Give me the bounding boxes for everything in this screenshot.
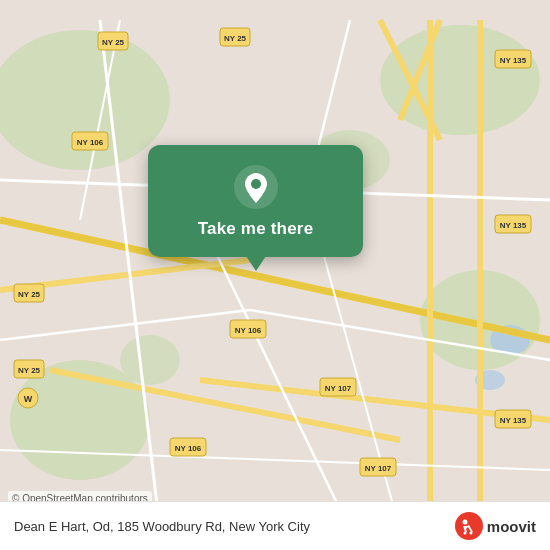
moovit-brand-text: moovit xyxy=(487,518,536,535)
location-popup: Take me there xyxy=(148,145,363,257)
svg-text:NY 25: NY 25 xyxy=(18,366,41,375)
svg-text:W: W xyxy=(24,394,33,404)
svg-point-59 xyxy=(463,532,466,535)
svg-text:NY 25: NY 25 xyxy=(224,34,247,43)
svg-text:NY 25: NY 25 xyxy=(102,38,125,47)
svg-point-56 xyxy=(251,179,261,189)
svg-text:NY 107: NY 107 xyxy=(325,384,352,393)
svg-text:NY 135: NY 135 xyxy=(500,56,527,65)
svg-text:NY 106: NY 106 xyxy=(175,444,202,453)
svg-point-58 xyxy=(462,520,467,525)
take-me-there-button[interactable]: Take me there xyxy=(198,219,314,239)
moovit-brand-icon xyxy=(455,512,483,540)
svg-text:NY 135: NY 135 xyxy=(500,221,527,230)
moovit-logo: moovit xyxy=(455,512,536,540)
svg-point-6 xyxy=(120,335,180,385)
svg-point-2 xyxy=(380,25,540,135)
svg-text:NY 106: NY 106 xyxy=(77,138,104,147)
svg-text:NY 106: NY 106 xyxy=(235,326,262,335)
svg-text:NY 135: NY 135 xyxy=(500,416,527,425)
location-address: Dean E Hart, Od, 185 Woodbury Rd, New Yo… xyxy=(14,519,455,534)
svg-point-60 xyxy=(469,532,472,535)
location-pin-icon xyxy=(234,165,278,209)
map-background: NY 106 NY 106 NY 106 NY 107 NY 107 NY 13… xyxy=(0,0,550,550)
map-container: NY 106 NY 106 NY 106 NY 107 NY 107 NY 13… xyxy=(0,0,550,550)
svg-text:NY 107: NY 107 xyxy=(365,464,392,473)
svg-text:NY 25: NY 25 xyxy=(18,290,41,299)
bottom-bar: Dean E Hart, Od, 185 Woodbury Rd, New Yo… xyxy=(0,501,550,550)
